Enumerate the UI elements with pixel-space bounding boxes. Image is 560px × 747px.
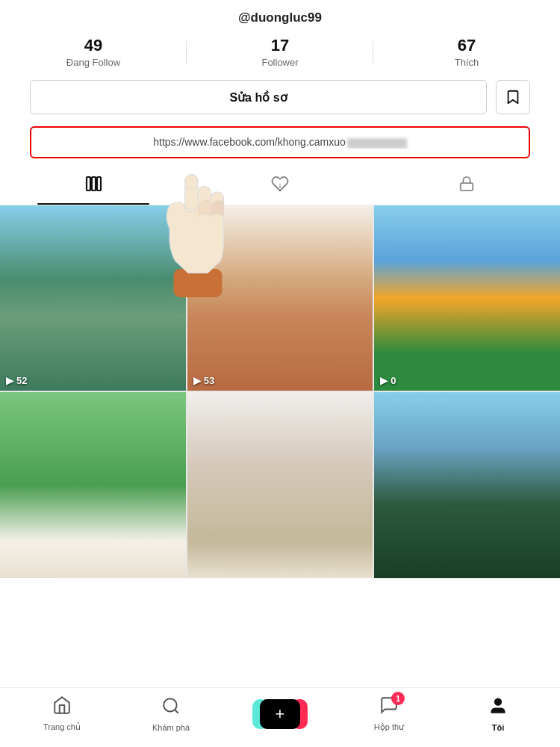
- nav-add[interactable]: +: [225, 699, 335, 729]
- play-icon-1: ▶: [6, 375, 13, 386]
- username: @duongluc99: [0, 7, 560, 25]
- tabs-row: [0, 169, 560, 205]
- video-thumb-3: [374, 205, 560, 391]
- grid-icon: [84, 175, 102, 197]
- tab-grid[interactable]: [0, 175, 187, 205]
- view-count-1: ▶ 52: [6, 375, 27, 386]
- video-item-1[interactable]: ▶ 52: [0, 205, 186, 391]
- stat-following[interactable]: 49 Đang Follow: [0, 36, 187, 68]
- svg-point-9: [164, 698, 176, 711]
- svg-rect-4: [461, 183, 473, 190]
- video-thumb-4: [0, 392, 186, 578]
- bookmark-icon: [505, 88, 521, 106]
- add-button[interactable]: +: [260, 699, 300, 729]
- blurred-text: [347, 138, 407, 149]
- likes-label: Thích: [455, 57, 479, 68]
- svg-point-11: [495, 698, 502, 705]
- stat-likes[interactable]: 67 Thích: [373, 36, 560, 68]
- nav-explore-label: Khám phá: [152, 723, 190, 732]
- buttons-row: Sửa hồ sơ: [0, 80, 560, 114]
- video-item-3[interactable]: ▶ 0: [374, 205, 560, 391]
- plus-icon: +: [276, 704, 285, 724]
- video-thumb-1: [0, 205, 186, 391]
- tab-private[interactable]: [373, 175, 560, 205]
- inbox-icon: 1: [379, 695, 399, 719]
- home-icon: [52, 695, 72, 719]
- svg-line-10: [175, 710, 178, 713]
- svg-rect-2: [97, 177, 101, 190]
- facebook-link-text: https://www.facebook.com/khong.camxuo: [43, 136, 517, 148]
- svg-rect-1: [92, 177, 96, 190]
- video-thumb-2: [187, 205, 373, 391]
- video-item-5[interactable]: [187, 392, 373, 578]
- edit-profile-button[interactable]: Sửa hồ sơ: [30, 80, 487, 114]
- bookmark-button[interactable]: [496, 80, 530, 114]
- likes-count: 67: [458, 36, 476, 55]
- video-thumb-5: [187, 392, 373, 578]
- profile-header: @duongluc99 49 Đang Follow 17 Follower 6…: [0, 0, 560, 205]
- lock-icon: [458, 175, 475, 197]
- following-count: 49: [84, 36, 102, 55]
- play-icon-3: ▶: [380, 375, 388, 386]
- inbox-badge: 1: [391, 692, 405, 705]
- nav-inbox-label: Hộp thư: [374, 722, 404, 732]
- nav-explore[interactable]: Khám phá: [116, 696, 225, 732]
- video-item-2[interactable]: ▶ 53: [187, 205, 373, 391]
- svg-rect-0: [87, 177, 90, 190]
- nav-home-label: Trang chủ: [43, 722, 81, 732]
- add-button-inner: +: [260, 699, 300, 729]
- stat-followers[interactable]: 17 Follower: [187, 36, 373, 68]
- bottom-nav: Trang chủ Khám phá +: [0, 687, 560, 747]
- nav-profile[interactable]: Tôi: [444, 696, 553, 732]
- nav-inbox[interactable]: 1 Hộp thư: [335, 695, 444, 732]
- following-label: Đang Follow: [66, 57, 120, 68]
- liked-icon: [271, 175, 289, 197]
- phone-frame: @duongluc99 49 Đang Follow 17 Follower 6…: [0, 0, 560, 747]
- followers-count: 17: [271, 36, 289, 55]
- video-thumb-6: [374, 392, 560, 578]
- profile-icon: [488, 696, 508, 720]
- play-icon-2: ▶: [193, 375, 201, 386]
- view-count-3: ▶ 0: [380, 375, 396, 386]
- view-count-2: ▶ 53: [193, 375, 214, 386]
- video-item-4[interactable]: [0, 392, 186, 578]
- video-item-6[interactable]: [374, 392, 560, 578]
- stats-row: 49 Đang Follow 17 Follower 67 Thích: [0, 36, 560, 68]
- tab-liked[interactable]: [187, 175, 373, 205]
- nav-profile-label: Tôi: [492, 723, 505, 732]
- facebook-link-box[interactable]: https://www.facebook.com/khong.camxuo: [30, 126, 530, 158]
- search-icon: [161, 696, 181, 720]
- nav-home[interactable]: Trang chủ: [7, 695, 116, 732]
- video-grid: ▶ 52 ▶ 53 ▶ 0: [0, 205, 560, 578]
- followers-label: Follower: [261, 57, 298, 68]
